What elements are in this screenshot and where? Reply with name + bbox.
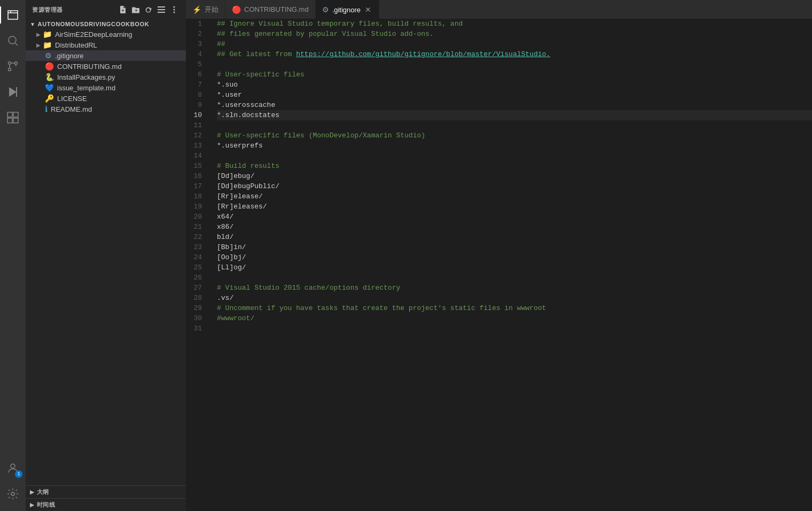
line-numbers: 1 2 3 4 5 6 7 8 9 10 11 12 13 14 15 16 1… [186,19,213,511]
activity-bar: 1 [0,0,26,511]
code-line-9: *.userosscache [217,100,812,110]
new-folder-icon[interactable] [130,4,141,15]
svg-point-15 [174,12,175,13]
svg-point-4 [9,68,11,71]
sidebar-item-issue[interactable]: 💙 issue_template.md [26,82,186,93]
timeline-section[interactable]: ▶ 时间线 [26,498,186,511]
svg-marker-5 [9,87,17,97]
source-control-icon[interactable] [0,53,26,79]
line-num-9: 9 [186,100,206,110]
code-line-27: # Visual Studio 2015 cache/options direc… [217,283,812,293]
sidebar-item-gitignore[interactable]: ⚙ .gitignore [26,50,186,61]
svg-rect-8 [13,112,18,117]
issue-icon: 💙 [45,83,54,92]
collapse-all-icon[interactable] [156,4,167,15]
line-num-4: 4 [186,49,206,59]
code-line-19: [Rr]eleases/ [217,202,812,212]
line-num-24: 24 [186,252,206,262]
sidebar-item-label: LICENSE [57,95,182,103]
line-num-21: 21 [186,222,206,232]
line-num-16: 16 [186,171,206,181]
line-num-27: 27 [186,283,206,293]
run-icon[interactable] [0,79,26,105]
code-line-3: ## [217,39,812,49]
line-num-14: 14 [186,151,206,161]
timeline-label: 时间线 [37,501,56,509]
tree-root[interactable]: ▼ AUTONOMOUSDRIVINGCOOKBOOK [26,19,186,29]
code-line-6: # User-specific files [217,69,812,80]
editor-content: 1 2 3 4 5 6 7 8 9 10 11 12 13 14 15 16 1… [186,19,812,511]
code-line-23: [Bb]in/ [217,242,812,252]
sidebar-header: 资源管理器 [26,0,186,19]
svg-point-2 [9,62,11,65]
line-num-12: 12 [186,130,206,141]
sidebar-item-distributedrl[interactable]: ▶ 📁 DistributedRL [26,40,186,50]
line-num-18: 18 [186,191,206,202]
svg-point-12 [11,492,14,495]
line-num-8: 8 [186,90,206,100]
account-icon[interactable]: 1 [0,455,26,481]
tab-gitignore[interactable]: ⚙ .gitignore ✕ [316,0,379,19]
line-num-11: 11 [186,120,206,130]
sidebar-item-label: README.md [51,105,182,113]
tab-start[interactable]: ⚡ 开始 [186,0,225,19]
svg-point-11 [11,464,15,468]
line-num-22: 22 [186,232,206,242]
sidebar-item-license[interactable]: 🔑 LICENSE [26,93,186,104]
code-line-8: *.user [217,90,812,100]
line-num-3: 3 [186,39,206,49]
tab-contributing[interactable]: 🔴 CONTRIBUTING.md [225,0,316,19]
line-num-26: 26 [186,273,206,283]
line-num-25: 25 [186,262,206,273]
sidebar-title: 资源管理器 [32,6,63,14]
code-line-25: [Ll]og/ [217,262,812,273]
search-icon[interactable] [0,28,26,53]
sidebar-item-readme[interactable]: ℹ README.md [26,104,186,114]
line-num-17: 17 [186,181,206,191]
new-file-icon[interactable] [118,4,128,15]
code-line-1: ## Ignore Visual Studio temporary files,… [217,19,812,29]
code-line-12: # User-specific files (MonoDevelop/Xamar… [217,130,812,141]
svg-rect-10 [13,118,18,123]
python-icon: 🐍 [45,73,54,81]
code-line-20: x64/ [217,212,812,222]
svg-point-14 [174,9,175,11]
code-line-30: #wwwroot/ [217,313,812,323]
code-line-26 [217,273,812,283]
code-line-24: [Oo]bj/ [217,252,812,262]
line-num-28: 28 [186,293,206,303]
code-line-29: # Uncomment if you have tasks that creat… [217,303,812,313]
line-num-6: 6 [186,69,206,80]
line-num-20: 20 [186,212,206,222]
code-line-14 [217,151,812,161]
outline-section[interactable]: ▶ 大纲 [26,485,186,498]
line-num-31: 31 [186,323,206,334]
files-icon[interactable] [0,2,26,28]
root-folder-label: AUTONOMOUSDRIVINGCOOKBOOK [38,21,150,27]
settings-icon[interactable] [0,481,26,507]
more-options-icon[interactable] [169,4,179,15]
gitignore-icon: ⚙ [45,51,52,60]
code-line-31 [217,323,812,334]
line-num-15: 15 [186,161,206,171]
code-line-28: .vs/ [217,293,812,303]
sidebar-item-contributing[interactable]: 🔴 CONTRIBUTING.md [26,61,186,72]
code-line-5 [217,59,812,69]
refresh-icon[interactable] [143,4,154,15]
svg-point-0 [9,36,16,44]
code-line-7: *.suo [217,80,812,90]
code-line-11 [217,120,812,130]
editor-area: ⚡ 开始 🔴 CONTRIBUTING.md ⚙ .gitignore ✕ 1 … [186,0,812,511]
tab-close-button[interactable]: ✕ [364,5,372,14]
readme-icon: ℹ [45,105,48,113]
line-num-30: 30 [186,313,206,323]
sidebar-item-airsim[interactable]: ▶ 📁 AirSimE2EDeepLearning [26,29,186,40]
tab-gitignore-label: .gitignore [332,6,361,14]
tab-contributing-label: CONTRIBUTING.md [244,5,309,13]
license-icon: 🔑 [45,94,54,103]
sidebar-item-installpackages[interactable]: 🐍 InstallPackages.py [26,72,186,82]
code-area[interactable]: ## Ignore Visual Studio temporary files,… [213,19,812,511]
tab-contributing-icon: 🔴 [232,5,241,14]
sidebar-item-label: CONTRIBUTING.md [57,63,182,71]
extensions-icon[interactable] [0,105,26,130]
